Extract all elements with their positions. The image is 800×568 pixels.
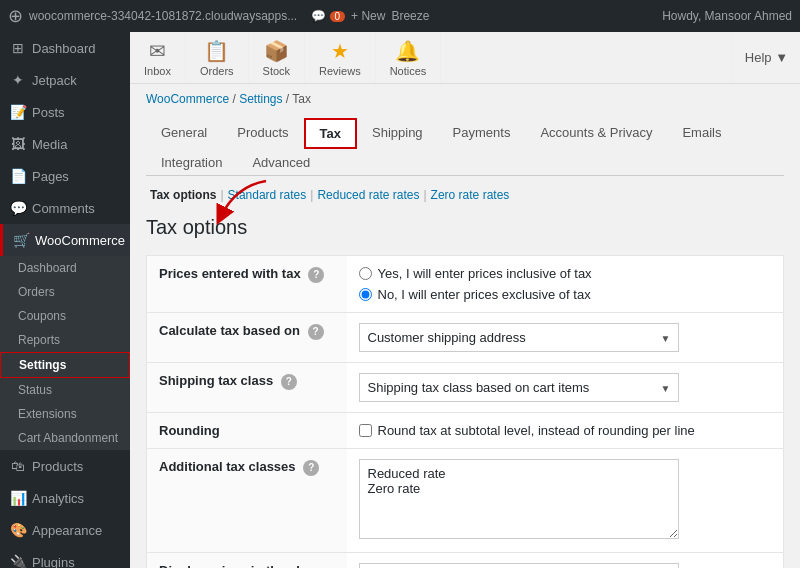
select-display-prices-shop[interactable]: Excluding taxIncluding tax	[359, 563, 679, 568]
checkbox-rounding[interactable]: Round tax at subtotal level, instead of …	[359, 423, 772, 438]
sidebar-item-label: Media	[32, 137, 67, 152]
new-button[interactable]: + New	[351, 9, 385, 23]
sidebar-item-pages[interactable]: 📄 Pages	[0, 160, 130, 192]
sidebar-item-label: Comments	[32, 201, 95, 216]
tab-integration[interactable]: Integration	[146, 148, 237, 176]
woocommerce-submenu: Dashboard Orders Coupons Reports Setting…	[0, 256, 130, 450]
row-display-prices-shop: Display prices in the shop Excluding tax…	[147, 553, 784, 569]
subnav-reduced-rate-rates[interactable]: Reduced rate rates	[313, 188, 423, 202]
sidebar-item-posts[interactable]: 📝 Posts	[0, 96, 130, 128]
tab-emails[interactable]: Emails	[667, 118, 736, 149]
sidebar-item-products[interactable]: 🛍 Products	[0, 450, 130, 482]
radio-prices-inclusive[interactable]: Yes, I will enter prices inclusive of ta…	[359, 266, 772, 281]
help-icon-prices[interactable]: ?	[308, 267, 324, 283]
woo-sub-reports[interactable]: Reports	[0, 328, 130, 352]
breeze-label[interactable]: Breeze	[391, 9, 429, 23]
select-wrap-calculate-tax: Customer shipping addressCustomer billin…	[359, 323, 679, 352]
sidebar-item-analytics[interactable]: 📊 Analytics	[0, 482, 130, 514]
inbox-button[interactable]: ✉ Inbox	[130, 32, 186, 83]
sidebar-item-woocommerce[interactable]: 🛒 WooCommerce	[0, 224, 130, 256]
notices-button[interactable]: 🔔 Notices	[376, 32, 442, 83]
stock-button[interactable]: 📦 Stock	[249, 32, 306, 83]
help-icon-additional-classes[interactable]: ?	[303, 460, 319, 476]
sidebar-item-label: WooCommerce	[35, 233, 125, 248]
sidebar-item-label: Analytics	[32, 491, 84, 506]
label-prices-entered: Prices entered with tax ?	[147, 256, 347, 313]
notices-label: Notices	[390, 65, 427, 77]
row-prices-entered: Prices entered with tax ? Yes, I will en…	[147, 256, 784, 313]
tab-products[interactable]: Products	[222, 118, 303, 149]
woo-sub-extensions[interactable]: Extensions	[0, 402, 130, 426]
woo-sub-orders[interactable]: Orders	[0, 280, 130, 304]
select-calculate-tax[interactable]: Customer shipping addressCustomer billin…	[359, 323, 679, 352]
woo-sub-coupons[interactable]: Coupons	[0, 304, 130, 328]
radio-exclusive-input[interactable]	[359, 288, 372, 301]
label-display-prices-shop: Display prices in the shop	[147, 553, 347, 569]
stock-label: Stock	[263, 65, 291, 77]
sidebar-item-label: Posts	[32, 105, 65, 120]
stock-icon: 📦	[264, 39, 289, 63]
admin-icon-bar: ✉ Inbox 📋 Orders 📦 Stock ★ Reviews 🔔 Not…	[130, 32, 800, 84]
help-icon-calculate[interactable]: ?	[308, 324, 324, 340]
tab-shipping[interactable]: Shipping	[357, 118, 438, 149]
site-name: woocommerce-334042-1081872.cloudwaysapps…	[29, 9, 297, 23]
content-wrap: ✉ Inbox 📋 Orders 📦 Stock ★ Reviews 🔔 Not…	[130, 32, 800, 568]
tab-general[interactable]: General	[146, 118, 222, 149]
pages-icon: 📄	[10, 168, 26, 184]
orders-button[interactable]: 📋 Orders	[186, 32, 249, 83]
label-shipping-tax-class: Shipping tax class ?	[147, 363, 347, 413]
sidebar-item-dashboard[interactable]: ⊞ Dashboard	[0, 32, 130, 64]
breadcrumb-woocommerce[interactable]: WooCommerce	[146, 92, 229, 106]
products-icon: 🛍	[10, 458, 26, 474]
main-layout: ⊞ Dashboard ✦ Jetpack 📝 Posts 🖼 Media 📄 …	[0, 32, 800, 568]
woo-sub-cart-abandonment[interactable]: Cart Abandonment	[0, 426, 130, 450]
tab-advanced[interactable]: Advanced	[237, 148, 325, 176]
sidebar-item-media[interactable]: 🖼 Media	[0, 128, 130, 160]
analytics-icon: 📊	[10, 490, 26, 506]
radio-prices-exclusive[interactable]: No, I will enter prices exclusive of tax	[359, 287, 772, 302]
orders-icon: 📋	[204, 39, 229, 63]
woocommerce-icon: 🛒	[13, 232, 29, 248]
sidebar-item-label: Plugins	[32, 555, 75, 569]
radio-group-prices: Yes, I will enter prices inclusive of ta…	[359, 266, 772, 302]
sidebar-item-comments[interactable]: 💬 Comments	[0, 192, 130, 224]
row-shipping-tax-class: Shipping tax class ? Shipping tax class …	[147, 363, 784, 413]
sidebar-item-appearance[interactable]: 🎨 Appearance	[0, 514, 130, 546]
tab-accounts-privacy[interactable]: Accounts & Privacy	[525, 118, 667, 149]
orders-label: Orders	[200, 65, 234, 77]
checkbox-rounding-input[interactable]	[359, 424, 372, 437]
top-bar: ⊕ woocommerce-334042-1081872.cloudwaysap…	[0, 0, 800, 32]
sidebar: ⊞ Dashboard ✦ Jetpack 📝 Posts 🖼 Media 📄 …	[0, 32, 130, 568]
dashboard-icon: ⊞	[10, 40, 26, 56]
breadcrumb: WooCommerce / Settings / Tax	[130, 84, 800, 110]
tab-navigation: General Products Tax Shipping Payments A…	[146, 118, 784, 176]
woo-sub-status[interactable]: Status	[0, 378, 130, 402]
select-wrap-display-prices: Excluding taxIncluding tax	[359, 563, 679, 568]
subnav-zero-rate-rates[interactable]: Zero rate rates	[427, 188, 514, 202]
textarea-additional-tax-classes[interactable]: Reduced rate Zero rate	[359, 459, 679, 539]
sidebar-item-label: Dashboard	[32, 41, 96, 56]
sidebar-item-plugins[interactable]: 🔌 Plugins	[0, 546, 130, 568]
section-header: Tax options	[146, 216, 784, 239]
sidebar-item-label: Appearance	[32, 523, 102, 538]
row-additional-tax-classes: Additional tax classes ? Reduced rate Ze…	[147, 449, 784, 553]
breadcrumb-settings[interactable]: Settings	[239, 92, 282, 106]
help-icon-shipping-class[interactable]: ?	[281, 374, 297, 390]
reviews-button[interactable]: ★ Reviews	[305, 32, 376, 83]
radio-inclusive-input[interactable]	[359, 267, 372, 280]
woo-sub-dashboard[interactable]: Dashboard	[0, 256, 130, 280]
media-icon: 🖼	[10, 136, 26, 152]
field-rounding: Round tax at subtotal level, instead of …	[347, 413, 784, 449]
plugins-icon: 🔌	[10, 554, 26, 568]
label-calculate-tax: Calculate tax based on ?	[147, 313, 347, 363]
jetpack-icon: ✦	[10, 72, 26, 88]
sidebar-item-jetpack[interactable]: ✦ Jetpack	[0, 64, 130, 96]
select-shipping-tax-class[interactable]: Shipping tax class based on cart itemsSt…	[359, 373, 679, 402]
comment-icon[interactable]: 💬 0	[311, 9, 345, 23]
field-additional-tax-classes: Reduced rate Zero rate	[347, 449, 784, 553]
woo-sub-settings[interactable]: Settings	[0, 352, 130, 378]
comments-icon: 💬	[10, 200, 26, 216]
tab-payments[interactable]: Payments	[438, 118, 526, 149]
tab-tax[interactable]: Tax	[304, 118, 357, 149]
help-button[interactable]: Help ▼	[732, 32, 800, 83]
